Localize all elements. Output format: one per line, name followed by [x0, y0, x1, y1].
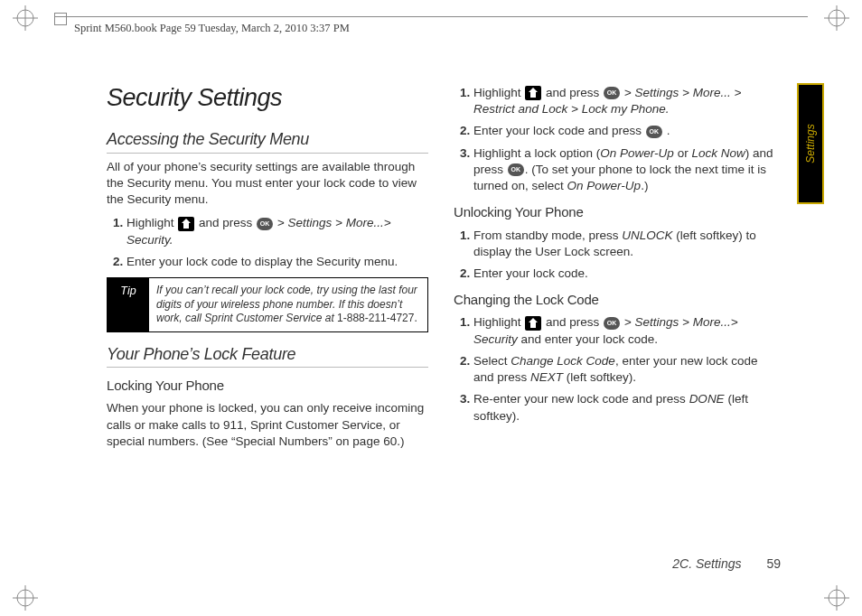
tip-label: Tip: [108, 278, 149, 331]
ok-icon: OK: [508, 163, 524, 176]
option-text: On Power-Up: [600, 146, 674, 160]
tip-box: Tip If you can’t recall your lock code, …: [107, 277, 428, 332]
ok-icon: OK: [604, 87, 620, 99]
step-text: Highlight: [126, 216, 177, 229]
crop-mark-icon: [13, 585, 38, 611]
step-text: Highlight: [473, 86, 524, 99]
softkey-label: DONE: [689, 392, 725, 406]
softkey-label: UNLOCK: [622, 229, 672, 242]
step-text: .: [667, 124, 670, 137]
tip-body: If you can’t recall your lock code, try …: [149, 278, 427, 331]
tip-phone: 1-888-211-4727.: [337, 312, 417, 324]
subsection-unlocking: Unlocking Your Phone: [454, 203, 775, 221]
step-text: From standby mode, press: [473, 229, 622, 242]
side-tab-settings: Settings: [797, 83, 824, 204]
list-item: Highlight and press OK > Settings > More…: [126, 215, 428, 247]
svg-point-6: [17, 590, 33, 606]
page-content: Security Settings Accessing the Security…: [107, 81, 775, 457]
menu-path: Change Lock Code: [511, 354, 615, 368]
footer-section: 2C. Settings: [672, 556, 741, 571]
menu-path: > Lock my Phone.: [567, 102, 669, 116]
page-header-text: Sprint M560.book Page 59 Tuesday, March …: [74, 22, 350, 35]
home-icon: [525, 86, 541, 100]
unlocking-steps: From standby mode, press UNLOCK (left so…: [454, 228, 775, 283]
page-footer: 2C. Settings 59: [672, 556, 781, 571]
changing-steps: Highlight and press OK > Settings > More…: [454, 314, 775, 424]
list-item: Select Change Lock Code, enter your new …: [473, 353, 775, 386]
list-item: Enter your lock code.: [473, 266, 775, 282]
accessing-steps: Highlight and press OK > Settings > More…: [107, 215, 428, 270]
right-column: Highlight and press OK > Settings > More…: [454, 81, 775, 457]
page-number: 59: [766, 556, 781, 571]
step-text: and press: [546, 86, 603, 99]
step-text: and press: [546, 315, 603, 329]
svg-point-0: [17, 10, 33, 26]
subsection-locking: Locking Your Phone: [107, 377, 428, 395]
list-item: Re-enter your new lock code and press DO…: [473, 391, 775, 424]
step-text: or: [674, 146, 692, 160]
step-text: and press: [199, 216, 256, 229]
page-title: Security Settings: [107, 81, 428, 114]
locking-paragraph: When your phone is locked, you can only …: [107, 400, 428, 450]
section-accessing: Accessing the Security Menu: [107, 128, 428, 153]
option-text: On Power-Up: [567, 179, 642, 192]
step-text: Highlight: [473, 315, 524, 329]
intro-paragraph: All of your phone’s security settings ar…: [107, 159, 428, 209]
list-item: Highlight and press OK > Settings > More…: [473, 85, 775, 117]
header-rule: [54, 16, 808, 17]
step-text: .): [641, 179, 648, 192]
side-tab-label: Settings: [804, 124, 817, 163]
step-text: Enter your lock code and press: [473, 124, 645, 137]
step-text: (left softkey).: [563, 370, 636, 384]
left-column: Security Settings Accessing the Security…: [107, 81, 428, 457]
home-icon: [178, 217, 194, 231]
locking-steps: Highlight and press OK > Settings > More…: [454, 85, 775, 194]
svg-point-3: [829, 10, 845, 26]
step-text: Select: [473, 354, 511, 368]
list-item: Enter your lock code and press OK .: [473, 123, 775, 139]
step-text: Highlight a lock option (: [473, 146, 600, 160]
ok-icon: OK: [604, 317, 620, 330]
ok-icon: OK: [646, 126, 662, 138]
crop-mark-icon: [824, 5, 849, 31]
svg-point-9: [829, 590, 845, 606]
section-lock-feature: Your Phone’s Lock Feature: [107, 343, 428, 368]
list-item: Highlight a lock option (On Power-Up or …: [473, 145, 775, 195]
crop-mark-icon: [824, 585, 849, 611]
list-item: Highlight and press OK > Settings > More…: [473, 314, 775, 347]
ok-icon: OK: [257, 218, 273, 230]
list-item: From standby mode, press UNLOCK (left so…: [473, 228, 775, 260]
softkey-label: NEXT: [530, 370, 563, 384]
option-text: Lock Now: [691, 146, 745, 160]
list-item: Enter your lock code to display the Secu…: [126, 254, 428, 270]
crop-mark-icon: [13, 5, 38, 31]
header-box-icon: [54, 13, 67, 25]
step-text: and enter your lock code.: [518, 332, 658, 346]
step-text: Re-enter your new lock code and press: [473, 392, 689, 406]
subsection-changing: Changing the Lock Code: [454, 291, 775, 309]
home-icon: [525, 316, 541, 331]
